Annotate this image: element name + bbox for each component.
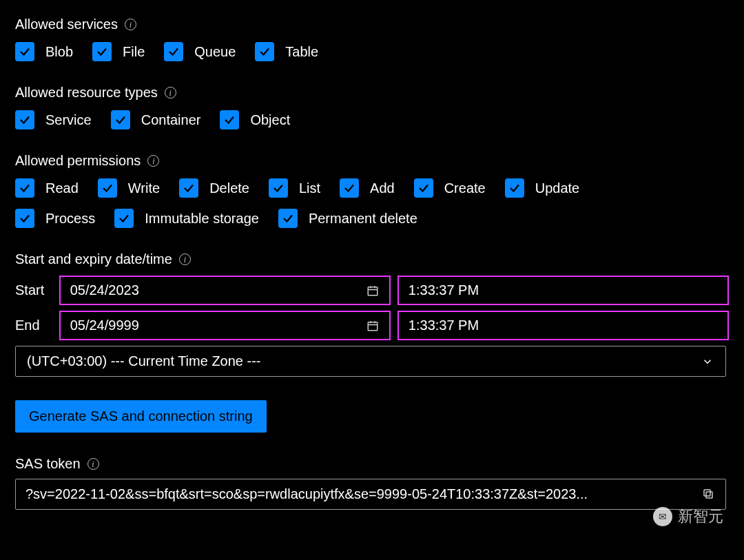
check-icon [278,209,298,228]
label-allowed-services: Allowed services [15,17,118,32]
section-header-allowed-resource-types: Allowed resource types i [15,85,729,101]
section-allowed-services: Allowed services i Blob File Queue Table [15,17,729,61]
calendar-icon [366,284,380,298]
chevron-down-icon [701,355,714,369]
checkbox-file[interactable]: File [92,42,145,61]
check-icon [15,42,34,61]
checkbox-label: Immutable storage [145,211,259,227]
start-label: Start [15,282,52,298]
checkbox-label: Blob [45,44,73,60]
section-allowed-permissions: Allowed permissions i Read Write Delete … [15,153,729,228]
section-start-expiry: Start and expiry date/time i Start 05/24… [15,251,729,377]
checkbox-object[interactable]: Object [220,110,290,129]
checkbox-label: Delete [209,180,249,196]
svg-rect-9 [704,490,710,496]
end-date-value: 05/24/9999 [70,318,139,333]
checkbox-label: Object [250,112,290,128]
end-time-value: 1:33:37 PM [409,318,479,333]
checkbox-label: Read [45,180,79,196]
info-icon[interactable]: i [147,155,159,167]
end-label: End [15,318,52,333]
section-header-sas-token: SAS token i [15,456,729,472]
checkbox-immutable-storage[interactable]: Immutable storage [114,209,259,228]
check-icon [220,110,239,129]
sas-token-field[interactable]: ?sv=2022-11-02&ss=bfqt&srt=sco&sp=rwdlac… [15,479,726,510]
checkbox-permanent-delete[interactable]: Permanent delete [278,209,417,228]
checkbox-label: Table [285,44,318,60]
svg-rect-0 [368,287,378,295]
info-icon[interactable]: i [165,87,176,98]
checkbox-process[interactable]: Process [15,209,95,228]
checkbox-create[interactable]: Create [414,178,486,198]
svg-rect-8 [706,492,712,498]
checkbox-read[interactable]: Read [15,178,79,198]
section-sas-token: SAS token i ?sv=2022-11-02&ss=bfqt&srt=s… [15,456,729,510]
start-time-value: 1:33:37 PM [409,282,479,298]
check-icon [98,178,117,198]
checkbox-update[interactable]: Update [505,178,580,198]
checkbox-label: Queue [194,44,236,60]
check-icon [269,178,288,198]
checkbox-service[interactable]: Service [15,110,92,129]
label-start-expiry: Start and expiry date/time [15,251,172,267]
label-sas-token: SAS token [15,456,81,472]
check-icon [164,42,183,61]
section-allowed-resource-types: Allowed resource types i Service Contain… [15,85,729,129]
checkbox-label: Create [444,180,486,196]
check-icon [340,178,359,198]
checkbox-label: Write [128,180,160,196]
section-header-allowed-services: Allowed services i [15,17,729,32]
copy-icon[interactable] [702,488,716,501]
start-date-input[interactable]: 05/24/2023 [59,276,391,305]
checkbox-label: Service [45,112,92,128]
section-header-start-expiry: Start and expiry date/time i [15,251,729,267]
check-icon [179,178,198,198]
check-icon [15,209,34,228]
timezone-value: (UTC+03:00) --- Current Time Zone --- [27,353,261,369]
sas-token-value: ?sv=2022-11-02&ss=bfqt&srt=sco&sp=rwdlac… [25,486,695,502]
checkbox-label: List [299,180,320,196]
checkbox-table[interactable]: Table [255,42,318,61]
check-icon [505,178,524,198]
checkbox-write[interactable]: Write [98,178,160,198]
timezone-select[interactable]: (UTC+03:00) --- Current Time Zone --- [15,346,726,377]
start-time-input[interactable]: 1:33:37 PM [397,276,729,305]
calendar-icon [366,319,380,333]
check-icon [414,178,433,198]
info-icon[interactable]: i [125,19,136,30]
checkbox-add[interactable]: Add [340,178,395,198]
check-icon [92,42,112,61]
check-icon [114,209,134,228]
check-icon [15,178,34,198]
start-date-value: 05/24/2023 [70,282,139,298]
checkbox-label: Add [370,180,395,196]
info-icon[interactable]: i [87,458,99,470]
check-icon [15,110,34,129]
end-date-input[interactable]: 05/24/9999 [59,311,391,340]
end-time-input[interactable]: 1:33:37 PM [397,311,729,340]
svg-rect-4 [368,322,378,330]
checkbox-blob[interactable]: Blob [15,42,73,61]
check-icon [111,110,130,129]
check-icon [255,42,274,61]
checkbox-delete[interactable]: Delete [179,178,249,198]
label-allowed-resource-types: Allowed resource types [15,85,158,101]
checkbox-label: Permanent delete [309,211,417,227]
checkbox-list[interactable]: List [269,178,320,198]
section-header-allowed-permissions: Allowed permissions i [15,153,729,169]
checkbox-label: File [123,44,145,60]
checkbox-queue[interactable]: Queue [164,42,236,61]
generate-sas-button[interactable]: Generate SAS and connection string [15,400,267,433]
label-allowed-permissions: Allowed permissions [15,153,141,169]
checkbox-container[interactable]: Container [111,110,201,129]
checkbox-label: Update [535,180,580,196]
checkbox-label: Container [141,112,201,128]
checkbox-label: Process [45,211,95,227]
info-icon[interactable]: i [179,253,191,265]
